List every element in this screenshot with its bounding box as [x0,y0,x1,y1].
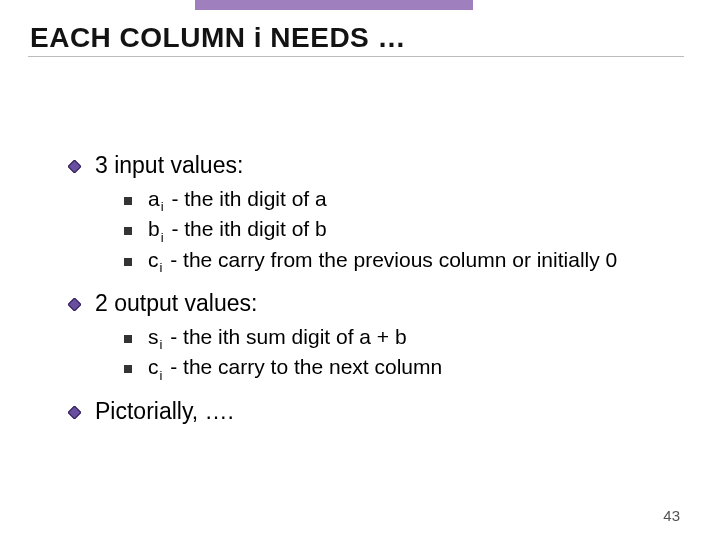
input-values-list: ai - the ith digit of a bi - the ith dig… [124,185,680,274]
header-region: EACH COLUMN i NEEDS … [0,0,720,52]
item-text: ci - the carry from the previous column … [148,246,617,274]
list-item: ci - the carry from the previous column … [124,246,680,274]
item-text: si - the ith sum digit of a + b [148,323,407,351]
item-text: ai - the ith digit of a [148,185,327,213]
item-text: ci - the carry to the next column [148,353,442,381]
slide-title: EACH COLUMN i NEEDS … [30,22,406,54]
bullet-pictorially: Pictorially, …. [68,396,680,425]
bullet-text: 3 input values: [95,150,243,179]
svg-marker-1 [68,298,81,311]
diamond-bullet-icon [68,298,81,311]
svg-marker-2 [68,406,81,419]
bullet-input-values: 3 input values: [68,150,680,179]
square-bullet-icon [124,197,132,205]
bullet-text: Pictorially, …. [95,396,234,425]
header-accent-bar [195,0,473,10]
diamond-bullet-icon [68,406,81,419]
bullet-output-values: 2 output values: [68,288,680,317]
square-bullet-icon [124,335,132,343]
item-text: bi - the ith digit of b [148,215,327,243]
square-bullet-icon [124,258,132,266]
bullet-text: 2 output values: [95,288,257,317]
list-item: ci - the carry to the next column [124,353,680,381]
square-bullet-icon [124,365,132,373]
header-divider [28,56,684,57]
list-item: si - the ith sum digit of a + b [124,323,680,351]
square-bullet-icon [124,227,132,235]
page-number: 43 [663,507,680,524]
slide-body: 3 input values: ai - the ith digit of a … [68,150,680,431]
list-item: ai - the ith digit of a [124,185,680,213]
slide: EACH COLUMN i NEEDS … 3 input values: ai… [0,0,720,540]
list-item: bi - the ith digit of b [124,215,680,243]
output-values-list: si - the ith sum digit of a + b ci - the… [124,323,680,382]
svg-marker-0 [68,160,81,173]
diamond-bullet-icon [68,160,81,173]
